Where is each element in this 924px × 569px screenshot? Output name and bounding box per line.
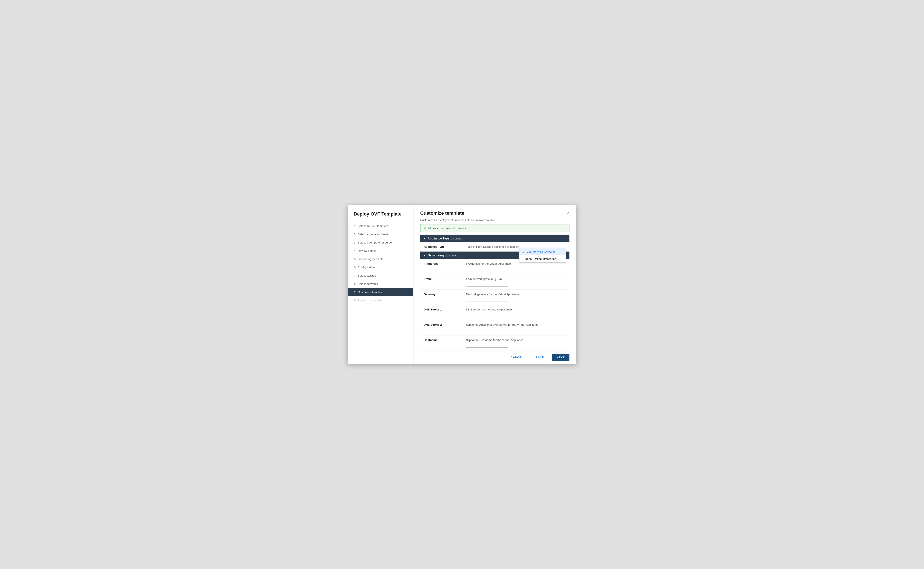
step-label-3: Select a compute resource <box>358 241 392 244</box>
section-count-appliance-type: 1 settings <box>451 237 463 240</box>
input-prefix-row[interactable] <box>466 282 508 286</box>
step-label-5: License agreements <box>358 257 384 261</box>
section-name-networking: Networking <box>428 254 444 257</box>
settings-table: ▾ Appliance Type 1 settings Appliance Ty… <box>420 234 570 351</box>
chevron-icon-networking: ▾ <box>424 254 425 257</box>
step-number-8: 8 <box>348 282 358 286</box>
setting-name-gateway-row: Gateway <box>420 289 463 305</box>
check-icon-appliance-type-row-0: ✓ <box>523 250 525 254</box>
setting-desc-appliance-type-row: Type of Pure Storage appliance to deploy <box>466 245 518 248</box>
setting-desc-ip-address-row: IP Address for the Virtual Appliance <box>466 262 511 265</box>
step-label-9: Customize template <box>358 291 383 294</box>
input-gateway-row[interactable] <box>466 298 508 302</box>
input-dns-server-1-row[interactable] <box>466 313 508 317</box>
option-label-appliance-type-row-0: VM Analytics Collector <box>526 250 555 254</box>
sidebar-step-2[interactable]: 2Select a name and folder <box>348 230 413 239</box>
setting-value-appliance-type-row: Type of Pure Storage appliance to deploy… <box>463 242 570 251</box>
step-number-6: 6 <box>348 266 358 269</box>
setting-row-appliance-type-row: Appliance Type Type of Pure Storage appl… <box>420 242 570 251</box>
modal-footer: CANCEL BACK NEXT <box>413 351 576 364</box>
dropdown-menu-appliance-type-row: ✓ VM Analytics Collector None (Offline I… <box>519 248 566 263</box>
setting-name-appliance-type-row: Appliance Type <box>420 242 463 251</box>
setting-desc-prefix-row: IPv6 network prefix (e.g. 64) <box>466 277 502 281</box>
sidebar-step-5[interactable]: 5License agreements <box>348 255 413 263</box>
input-dns-server-2-row[interactable] <box>466 328 508 332</box>
section-name-appliance-type: Appliance Type <box>428 237 449 240</box>
setting-row-gateway-row: Gateway Network gateway for the Virtual … <box>420 289 570 305</box>
success-banner: ✓ All properties have valid values × <box>420 224 570 232</box>
step-label-1: Select an OVF template <box>358 224 388 228</box>
setting-value-hostname-row: (Optional) Hostname for the Virtual Appl… <box>463 335 570 350</box>
option-label-appliance-type-row-1: None (Offline Installation) <box>525 257 557 260</box>
sidebar-step-4[interactable]: 4Review details <box>348 246 413 255</box>
dropdown-option-appliance-type-row-0[interactable]: ✓ VM Analytics Collector <box>520 248 565 256</box>
setting-name-dns-server-2-row: DNS Server 2 <box>420 320 463 335</box>
setting-desc-dns-server-1-row: DNS server for the Virtual Appliance <box>466 308 512 311</box>
section-count-networking: 11 settings <box>445 254 459 257</box>
setting-row-hostname-row: Hostname (Optional) Hostname for the Vir… <box>420 335 570 350</box>
banner-left: ✓ All properties have valid values <box>423 226 466 230</box>
close-button[interactable]: × <box>567 210 570 215</box>
dropdown-option-appliance-type-row-1[interactable]: None (Offline Installation) <box>520 256 565 262</box>
step-label-7: Select storage <box>358 274 376 277</box>
step-number-4: 4 <box>348 249 358 253</box>
sidebar-step-6[interactable]: 6Configuration <box>348 263 413 271</box>
next-button[interactable]: NEXT <box>552 354 570 361</box>
sidebar-title: Deploy OVF Template <box>348 211 413 222</box>
step-number-2: 2 <box>348 233 358 236</box>
sidebar-step-9[interactable]: 9Customize template <box>348 288 413 296</box>
setting-name-prefix-row: Prefix <box>420 274 463 289</box>
sidebar-step-7[interactable]: 7Select storage <box>348 271 413 280</box>
input-hostname-row[interactable] <box>466 343 508 348</box>
setting-desc-gateway-row: Network gateway for the Virtual Applianc… <box>466 293 519 296</box>
step-number-9: 9 <box>348 291 358 294</box>
sidebar-step-3[interactable]: 3Select a compute resource <box>348 239 413 246</box>
step-number-5: 5 <box>348 257 358 261</box>
banner-text: All properties have valid values <box>428 227 466 230</box>
sidebar-step-10: 10Ready to complete <box>348 296 413 304</box>
step-label-2: Select a name and folder <box>358 233 389 236</box>
setting-value-prefix-row: IPv6 network prefix (e.g. 64) <box>463 274 570 289</box>
sidebar-step-8[interactable]: 8Select networks <box>348 280 413 288</box>
setting-desc-hostname-row: (Optional) Hostname for the Virtual Appl… <box>466 338 523 342</box>
step-label-8: Select networks <box>358 282 378 286</box>
setting-desc-dns-server-2-row: (Optional) Additional DNS server for the… <box>466 323 538 326</box>
main-header: Customize template × <box>413 205 576 218</box>
deploy-ovf-modal: Deploy OVF Template 1Select an OVF templ… <box>348 205 576 364</box>
content-area: ▾ Appliance Type 1 settings Appliance Ty… <box>413 234 576 351</box>
step-number-7: 7 <box>348 274 358 277</box>
step-label-10: Ready to complete <box>358 299 382 302</box>
section-header-appliance-type[interactable]: ▾ Appliance Type 1 settings <box>420 234 570 242</box>
section-header-cell-appliance-type: ▾ Appliance Type 1 settings <box>420 234 570 242</box>
setting-value-gateway-row: Network gateway for the Virtual Applianc… <box>463 289 570 305</box>
main-title: Customize template <box>420 210 464 216</box>
banner-close-button[interactable]: × <box>565 226 566 230</box>
step-label-6: Configuration <box>358 266 375 269</box>
setting-value-dns-server-1-row: DNS server for the Virtual Appliance <box>463 305 570 320</box>
step-number-10: 10 <box>348 299 358 302</box>
back-button[interactable]: BACK <box>531 354 549 361</box>
check-icon-appliance-type-row-1 <box>523 257 524 260</box>
setting-name-ip-address-row: IP Address <box>420 259 463 274</box>
sidebar-steps: 1Select an OVF template2Select a name an… <box>348 222 413 364</box>
chevron-icon-appliance-type: ▾ <box>424 237 425 240</box>
setting-row-prefix-row: Prefix IPv6 network prefix (e.g. 64) <box>420 274 570 289</box>
setting-row-dns-server-1-row: DNS Server 1 DNS server for the Virtual … <box>420 305 570 320</box>
step-label-4: Review details <box>358 249 376 253</box>
setting-name-dns-server-1-row: DNS Server 1 <box>420 305 463 320</box>
sidebar-step-1[interactable]: 1Select an OVF template <box>348 222 413 230</box>
main-subtitle: Customize the deployment properties of t… <box>413 218 576 224</box>
success-icon: ✓ <box>423 226 426 230</box>
modal-body: Deploy OVF Template 1Select an OVF templ… <box>348 205 576 364</box>
cancel-button[interactable]: CANCEL <box>506 354 528 361</box>
step-number-3: 3 <box>348 241 358 244</box>
main-content: Customize template × Customize the deplo… <box>413 205 576 364</box>
setting-name-hostname-row: Hostname <box>420 335 463 350</box>
setting-row-dns-server-2-row: DNS Server 2 (Optional) Additional DNS s… <box>420 320 570 335</box>
input-ip-address-row[interactable] <box>466 267 508 271</box>
sidebar: Deploy OVF Template 1Select an OVF templ… <box>348 205 413 364</box>
step-number-1: 1 <box>348 224 358 228</box>
setting-value-dns-server-2-row: (Optional) Additional DNS server for the… <box>463 320 570 335</box>
